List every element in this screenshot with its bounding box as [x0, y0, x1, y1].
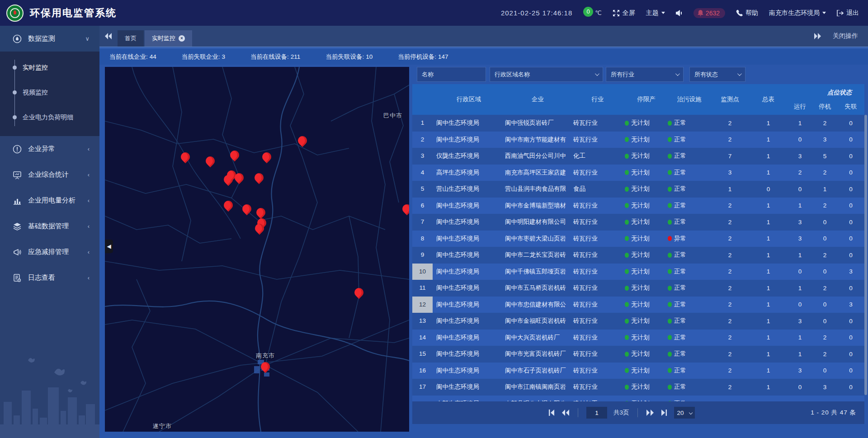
sidebar-item-realtime-monitor[interactable]: 实时监控: [0, 55, 99, 80]
cell-meter: 1: [749, 169, 788, 176]
sidebar-item-power-analysis[interactable]: 企业用电量分析 ‹: [0, 188, 99, 213]
theme-dropdown[interactable]: 主题: [646, 9, 665, 17]
tab-home[interactable]: 首页: [118, 30, 144, 47]
cell-monitor: 3: [711, 169, 749, 176]
sidebar-item-enterprise-abnormal[interactable]: 企业异常 ‹: [0, 136, 99, 162]
table-row[interactable]: 6阆中生态环境局阆中市金博瑞新型墙材砖瓦行业无计划正常21120: [412, 198, 864, 214]
table-row[interactable]: 8阆中生态环境局阆中市枣碧大梁山页岩砖瓦行业无计划异常21300: [412, 231, 864, 247]
cell-suspend: 无计划: [625, 367, 668, 375]
cell-enterprise: 阆中强锐页岩砖厂: [505, 119, 571, 127]
prev-page-button[interactable]: [561, 410, 570, 416]
table-row[interactable]: 17阆中生态环境局阆中市江南镇阆南页岩砖瓦行业无计划正常21030: [412, 379, 864, 396]
logout-button[interactable]: 退出: [837, 9, 859, 17]
cell-run: 1: [788, 351, 812, 358]
table-row[interactable]: 9阆中生态环境局阆中市二龙长宝页岩砖砖瓦行业无计划正常21120: [412, 247, 864, 264]
status-dot: [668, 137, 672, 142]
row-number: 4: [412, 165, 433, 181]
row-number: 17: [412, 379, 433, 396]
double-chevron-right-icon[interactable]: [814, 33, 821, 39]
sidebar-item-log-view[interactable]: 日志查看 ‹: [0, 265, 99, 291]
cell-facility: 异常: [668, 235, 711, 243]
sidebar-item-power-load-detail[interactable]: 企业电力负荷明细: [0, 105, 99, 130]
status-dot: [668, 269, 672, 274]
cell-enterprise: 阆中市五马桥页岩机砖: [505, 284, 571, 292]
sidebar-item-enterprise-statistics[interactable]: 企业综合统计 ‹: [0, 162, 99, 188]
status-dot: [668, 286, 672, 291]
close-operations-button[interactable]: 关闭操作: [833, 32, 858, 40]
table-row[interactable]: 10阆中生态环境局阆中千佛镇五郎垭页岩砖瓦行业无计划正常21003: [412, 264, 864, 280]
first-page-button[interactable]: [548, 410, 555, 416]
status-filter-select[interactable]: 所有状态: [689, 67, 745, 82]
col-facility: 治污设施: [668, 95, 711, 104]
tab-close-icon[interactable]: ×: [179, 35, 185, 42]
cell-monitor: 2: [711, 367, 749, 374]
table-row[interactable]: 12阆中生态环境局阆中市忠信建材有限公砖瓦行业无计划正常21003: [412, 297, 864, 313]
table-row[interactable]: 16阆中生态环境局阆中市石子页岩机砖厂砖瓦行业无计划正常21300: [412, 363, 864, 379]
cell-meter: 1: [749, 219, 788, 226]
stat-offline-devices: 当前失联设备:10: [326, 53, 373, 61]
sidebar-item-video-monitor[interactable]: 视频监控: [0, 80, 99, 105]
next-page-button[interactable]: [646, 410, 654, 416]
cell-industry: 砖瓦行业: [571, 268, 625, 276]
org-dropdown[interactable]: 南充市生态环境局: [769, 9, 826, 17]
cell-lost: 0: [837, 351, 864, 358]
industry-filter-select[interactable]: 所有行业: [606, 67, 684, 82]
sound-button[interactable]: [676, 10, 683, 16]
cell-industry: 砖瓦行业: [571, 367, 625, 375]
cell-monitor: 2: [711, 384, 749, 391]
table-row[interactable]: 2阆中生态环境局阆中市南方节能建材有砖瓦行业无计划正常21030: [412, 132, 864, 148]
page-size-select[interactable]: 20: [674, 407, 695, 419]
sidebar-item-base-data[interactable]: 基础数据管理 ‹: [0, 213, 99, 239]
sidebar-item-data-monitoring[interactable]: 数据监测 ∨: [0, 26, 99, 52]
map-collapse-button[interactable]: ◀: [105, 240, 113, 253]
cell-suspend: 无计划: [625, 185, 668, 193]
cell-facility: 正常: [668, 317, 711, 325]
fullscreen-button[interactable]: 全屏: [613, 9, 635, 17]
cell-region: 阆中生态环境局: [433, 367, 505, 375]
table-row[interactable]: 11阆中生态环境局阆中市五马桥页岩机砖砖瓦行业无计划正常21120: [412, 280, 864, 297]
stat-offline-enterprises: 当前失联企业:3: [182, 53, 225, 61]
col-monitor: 监测点: [711, 95, 749, 104]
notifications-button[interactable]: 2632: [693, 8, 725, 18]
table-row[interactable]: 13阆中生态环境局阆中市金福旺页岩机砖砖瓦行业无计划正常21300: [412, 313, 864, 330]
map-canvas[interactable]: 巴中市南充市遂宁市 ◀: [105, 67, 409, 432]
cell-stop: 2: [812, 334, 837, 341]
cell-lost: 0: [837, 367, 864, 374]
status-dot: [625, 220, 629, 225]
cell-suspend: 无计划: [625, 251, 668, 259]
table-row[interactable]: 7阆中生态环境局阆中明阳建材有限公司砖瓦行业无计划正常21300: [412, 214, 864, 231]
cell-industry: 砖瓦行业: [571, 235, 625, 243]
chevron-left-icon: ‹: [88, 249, 90, 255]
table-row[interactable]: 1阆中生态环境局阆中强锐页岩砖厂砖瓦行业无计划正常21120: [412, 115, 864, 132]
cell-run: 1: [788, 120, 812, 127]
cell-facility: 正常: [668, 152, 711, 160]
page-number-input[interactable]: [586, 407, 607, 419]
sidebar-item-emergency-reduction[interactable]: 应急减排管理 ‹: [0, 239, 99, 265]
cell-enterprise: 阆中市忠信建材有限公: [505, 301, 571, 309]
help-button[interactable]: 帮助: [736, 9, 758, 17]
cell-region: 高坪生态环境局: [433, 169, 505, 177]
cell-stop: 2: [812, 120, 837, 127]
cell-run: 0: [788, 186, 812, 193]
status-dot: [625, 121, 629, 126]
region-filter-select[interactable]: 行政区域名称: [490, 67, 603, 82]
chevron-down-icon: [737, 71, 742, 76]
table-row[interactable]: 4高坪生态环境局南充市高坪区王家店建砖瓦行业无计划正常31220: [412, 165, 864, 181]
tabs-scroll-left-button[interactable]: [99, 26, 118, 47]
table-row[interactable]: 18南部生态环境局南部县砚化水泥有限公建材加工无计划正常60060: [412, 396, 864, 402]
bell-icon: [698, 10, 703, 16]
tab-bar: 首页 实时监控 × 关闭操作: [99, 26, 868, 47]
name-filter-input[interactable]: [417, 67, 486, 82]
table-row[interactable]: 14阆中生态环境局阆中大兴页岩机砖厂砖瓦行业无计划正常21120: [412, 330, 864, 346]
table-row[interactable]: 15阆中生态环境局阆中市光富页岩机砖厂砖瓦行业无计划正常21120: [412, 346, 864, 363]
table-row[interactable]: 5营山生态环境局营山县润丰肉食品有限食品无计划正常10010: [412, 181, 864, 198]
cell-run: 3: [788, 153, 812, 160]
table-scrollbar[interactable]: [864, 115, 867, 395]
last-page-button[interactable]: [660, 410, 668, 416]
table-row[interactable]: 3仪陇生态环境局西南油气田分公司川中化工无计划正常71350: [412, 148, 864, 165]
cell-run: 0: [788, 301, 812, 308]
cell-stop: 5: [812, 153, 837, 160]
cell-suspend: 无计划: [625, 235, 668, 243]
tab-realtime-monitor[interactable]: 实时监控 ×: [145, 30, 192, 47]
cell-run: 3: [788, 318, 812, 325]
